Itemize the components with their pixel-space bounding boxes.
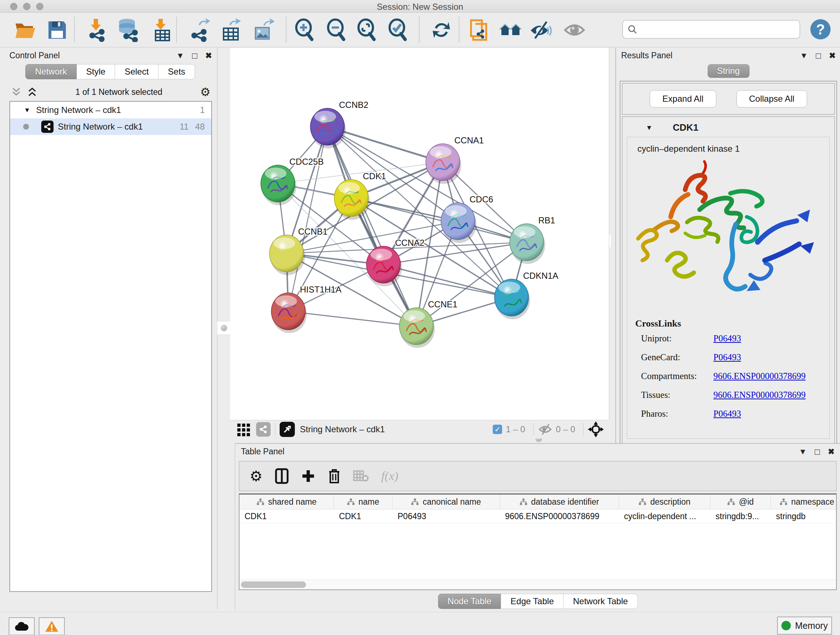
zoom-selected-button[interactable]	[385, 18, 411, 42]
export-network-button[interactable]	[186, 18, 212, 42]
warnings-button[interactable]	[39, 617, 65, 635]
maximize-panel-icon[interactable]: □	[192, 51, 197, 60]
memory-button[interactable]: Memory	[777, 616, 832, 635]
collapse-all-icon[interactable]	[11, 87, 22, 97]
expand-all-button[interactable]: Expand All	[650, 90, 716, 108]
network-node-cdkn1a[interactable]: CDKN1A	[494, 271, 558, 319]
zoom-out-icon	[325, 19, 347, 42]
network-row[interactable]: String Network – cdk1 11 48	[10, 119, 211, 135]
column-header-database-identifier[interactable]: database identifier	[500, 494, 619, 509]
delete-column-icon[interactable]	[328, 468, 341, 484]
node-label-hist1h1a: HIST1H1A	[300, 285, 341, 295]
help-button[interactable]: ?	[810, 19, 831, 40]
tab-network-table[interactable]: Network Table	[564, 594, 638, 609]
float-panel-icon[interactable]: ▼	[800, 52, 808, 60]
network-node-rb1[interactable]: RB1	[510, 215, 555, 264]
column-header-description[interactable]: description	[619, 494, 711, 509]
import-table-button[interactable]	[148, 18, 174, 42]
tab-network[interactable]: Network	[25, 64, 77, 79]
import-table-icon	[150, 18, 172, 42]
table-row[interactable]: CDK1CDK1P064939606.ENSP00000378699cyclin…	[240, 509, 836, 524]
column-header--id[interactable]: @id	[711, 494, 771, 509]
crosslink-link[interactable]: 9606.ENSP00000378699	[714, 371, 806, 381]
collapse-all-button[interactable]: Collapse All	[737, 90, 807, 108]
tab-sets[interactable]: Sets	[158, 64, 195, 79]
network-type-icon	[41, 120, 54, 133]
crosslink-link[interactable]: P06493	[714, 409, 741, 419]
network-node-cdc25b[interactable]: CDC25B	[261, 157, 324, 205]
collapse-triangle-icon[interactable]: ▼	[646, 124, 653, 132]
column-header-shared-name[interactable]: shared name	[240, 494, 334, 509]
open-session-button[interactable]	[12, 18, 38, 42]
crosslink-link[interactable]: P06493	[714, 352, 741, 363]
network-graph[interactable]: CCNB2CCNA1CDC25BCDK1CDC6RB1CCNB1CCNA2CDK…	[230, 48, 609, 420]
show-columns-icon[interactable]	[275, 468, 289, 484]
network-node-ccnb2[interactable]: CCNB2	[310, 100, 368, 149]
zoom-fit-button[interactable]	[354, 18, 380, 42]
float-panel-icon[interactable]: ▼	[176, 52, 184, 60]
float-panel-icon[interactable]: ▼	[799, 448, 807, 456]
maximize-panel-icon[interactable]: □	[815, 448, 820, 456]
refresh-layout-button[interactable]	[428, 18, 454, 42]
zoom-selected-icon	[387, 19, 409, 42]
save-session-button[interactable]	[44, 18, 70, 42]
network-edge[interactable]	[288, 311, 416, 326]
network-edge[interactable]	[327, 127, 416, 326]
zoom-out-button[interactable]	[324, 18, 349, 42]
network-mode-icon[interactable]	[256, 422, 271, 437]
cloud-status-button[interactable]	[9, 617, 35, 635]
gear-icon[interactable]: ⚙	[200, 85, 210, 99]
scrollbar-thumb[interactable]	[241, 581, 306, 588]
network-collection-row[interactable]: ▼ String Network – cdk1 1	[10, 102, 211, 119]
export-image-button[interactable]	[250, 18, 276, 42]
column-header-namespace[interactable]: namespace	[771, 494, 837, 509]
column-header-name[interactable]: name	[334, 494, 393, 509]
network-node-ccna1[interactable]: CCNA1	[426, 135, 484, 184]
warning-icon	[45, 620, 58, 632]
node-label-ccnb2: CCNB2	[339, 100, 368, 110]
table-tabs: Node Table Edge Table Network Table	[438, 594, 638, 609]
export-table-button[interactable]	[218, 18, 244, 42]
node-count: 11	[180, 122, 188, 132]
close-panel-icon[interactable]: ✖	[205, 52, 212, 60]
maximize-panel-icon[interactable]: □	[816, 51, 821, 60]
selected-checkbox-icon[interactable]: ✓	[493, 424, 502, 434]
grid-mode-icon[interactable]	[237, 422, 251, 437]
hide-items-button[interactable]	[527, 18, 554, 42]
network-edge[interactable]	[288, 127, 327, 311]
column-header-canonical-name[interactable]: canonical name	[393, 494, 500, 509]
tab-string[interactable]: String	[707, 64, 750, 78]
add-column-icon[interactable]	[301, 469, 316, 483]
network-canvas[interactable]: CCNB2CCNA1CDC25BCDK1CDC6RB1CCNB1CCNA2CDK…	[230, 48, 609, 420]
left-splitter-handle[interactable]	[217, 321, 231, 335]
close-panel-icon[interactable]: ✖	[829, 52, 836, 60]
collapse-triangle-icon[interactable]: ▼	[24, 106, 30, 114]
copy-network-button[interactable]	[466, 18, 492, 42]
search-input[interactable]	[638, 24, 791, 35]
close-panel-icon[interactable]: ✖	[828, 448, 835, 456]
import-network-button[interactable]	[83, 18, 109, 42]
import-network-from-database-button[interactable]	[115, 18, 141, 42]
expand-all-icon[interactable]	[27, 87, 38, 97]
crosslink-link[interactable]: P06493	[714, 333, 741, 344]
tab-select[interactable]: Select	[115, 64, 158, 79]
show-items-button[interactable]	[561, 18, 587, 42]
hidden-eye-icon	[538, 423, 553, 435]
tab-style[interactable]: Style	[77, 64, 115, 79]
network-node-ccnb1[interactable]: CCNB1	[270, 226, 327, 275]
table-horizontal-scrollbar[interactable]	[240, 580, 836, 589]
table-settings-gear-icon[interactable]: ⚙	[249, 468, 263, 485]
node-label-ccne1: CCNE1	[428, 299, 457, 309]
network-node-cdk1[interactable]: CDK1	[334, 171, 386, 220]
zoom-in-button[interactable]	[292, 18, 317, 42]
crosslink-link[interactable]: 9606.ENSP00000378699	[714, 390, 806, 400]
network-edge[interactable]	[351, 198, 527, 242]
network-node-hist1h1a[interactable]: HIST1H1A	[271, 285, 341, 333]
fit-selected-icon[interactable]	[588, 421, 604, 437]
detach-view-icon[interactable]	[279, 422, 295, 437]
tab-edge-table[interactable]: Edge Table	[501, 594, 564, 609]
selected-counts: 1 – 0	[506, 424, 525, 434]
tab-node-table[interactable]: Node Table	[438, 594, 501, 609]
crosslink-label: Uniprot:	[641, 333, 714, 344]
home-button[interactable]	[498, 18, 524, 42]
